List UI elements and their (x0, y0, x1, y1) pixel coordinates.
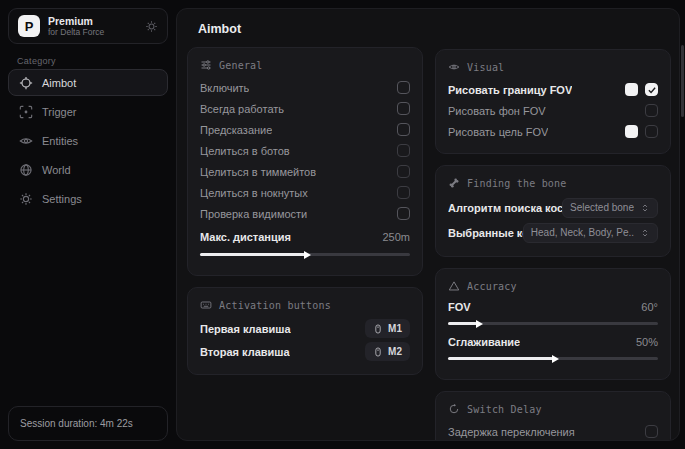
slider-value: 60° (641, 301, 658, 313)
panel-finding-bone: Finding the bone Алгоритм поиска костей … (435, 165, 671, 257)
sidebar-item-trigger[interactable]: Trigger (8, 98, 168, 125)
crosshair-icon (19, 76, 33, 90)
checkbox[interactable] (397, 207, 410, 220)
panel-title: Activation buttons (219, 300, 331, 311)
toggle-row: Проверка видимости (200, 203, 410, 224)
gear-icon (19, 192, 33, 206)
panel-visual: Visual Рисовать границу FOV Рисовать фон… (435, 49, 671, 154)
gear-icon[interactable] (145, 20, 158, 33)
toggle-label: Целиться в ботов (200, 145, 290, 157)
checkbox[interactable] (397, 81, 410, 94)
slider-value: 50% (636, 336, 658, 348)
panel-title: Finding the bone (467, 178, 567, 189)
keybind-key: M2 (388, 346, 402, 357)
brand-subtitle: for Delta Force (48, 27, 137, 37)
category-label: Category (17, 56, 56, 66)
visual-label: Рисовать цель FOV (448, 126, 548, 138)
panel-general-header: General (200, 57, 410, 73)
globe-icon (19, 163, 33, 177)
selected-bones-select[interactable]: Head, Neck, Body, Pe.. (523, 223, 658, 243)
dropdown-value: Head, Neck, Body, Pe.. (531, 227, 634, 238)
sidebar-item-label: Entities (42, 135, 78, 147)
slider-fill (200, 253, 305, 256)
toggle-label: Включить (200, 82, 249, 94)
mouse-icon (373, 324, 383, 334)
checkbox[interactable] (397, 102, 410, 115)
main-content: Aimbot General Включить Всегда раб (176, 8, 680, 441)
sidebar-item-label: Aimbot (42, 77, 76, 89)
panel-general: General Включить Всегда работать Предска… (187, 47, 423, 276)
sidebar-item-label: Trigger (42, 106, 76, 118)
checkbox[interactable] (645, 104, 658, 117)
slider-label: Макс. дистанция (200, 231, 291, 243)
panel-switch-delay-header: Switch Delay (448, 401, 658, 417)
panel-bone-header: Finding the bone (448, 175, 658, 191)
page-title: Aimbot (198, 22, 241, 36)
toggle-label: Всегда работать (200, 103, 284, 115)
slider-fill (448, 322, 477, 325)
keybind-label: Вторая клавиша (200, 346, 290, 358)
check-icon (647, 85, 657, 95)
keybind-button[interactable]: M2 (365, 342, 410, 361)
slider-label: Сглаживание (448, 336, 520, 348)
keybind-row: Вторая клавиша M2 (200, 340, 410, 363)
toggle-row: Задержка переключения (448, 421, 658, 441)
slider-thumb[interactable] (304, 251, 311, 259)
unfold-icon (640, 203, 650, 213)
checkbox[interactable] (397, 144, 410, 157)
slider-thumb[interactable] (552, 355, 559, 363)
sidebar-item-settings[interactable]: Settings (8, 185, 168, 212)
slider-fill (448, 357, 553, 360)
checkbox[interactable] (645, 125, 658, 138)
sidebar-item-aimbot[interactable]: Aimbot (8, 69, 168, 96)
slider-row-smoothing: Сглаживание 50% (448, 333, 658, 351)
visual-controls (645, 104, 658, 117)
slider-row-fov: FOV 60° (448, 298, 658, 316)
checkbox[interactable] (397, 123, 410, 136)
visual-label: Рисовать границу FOV (448, 84, 572, 96)
smoothing-slider[interactable] (448, 357, 658, 360)
slider-row-max-distance: Макс. дистанция 250m (200, 227, 410, 247)
triangle-icon (448, 280, 460, 292)
checkbox[interactable] (397, 165, 410, 178)
column-left: General Включить Всегда работать Предска… (187, 47, 423, 386)
refresh-clock-icon (448, 403, 460, 415)
sidebar-item-entities[interactable]: Entities (8, 127, 168, 154)
session-duration-text: Session duration: 4m 22s (20, 418, 133, 429)
panel-title: General (219, 60, 263, 71)
color-swatch[interactable] (625, 83, 638, 96)
panel-title: Accuracy (467, 281, 517, 292)
bone-icon (448, 177, 460, 189)
checkbox-checked[interactable] (645, 83, 658, 96)
visual-controls (625, 125, 658, 138)
slider-value: 250m (382, 231, 410, 243)
toggle-row: Целиться в ботов (200, 140, 410, 161)
dropdown-label: Алгоритм поиска костей (448, 202, 562, 214)
panel-activation-buttons: Activation buttons Первая клавиша M1 Вто… (187, 287, 423, 375)
color-swatch[interactable] (625, 125, 638, 138)
fov-slider[interactable] (448, 322, 658, 325)
brand-logo: P (18, 15, 40, 37)
dropdown-label: Выбранные кости (448, 227, 523, 239)
bone-algorithm-select[interactable]: Selected bone (562, 198, 658, 218)
visual-controls (625, 83, 658, 96)
sidebar-item-label: World (42, 164, 71, 176)
checkbox[interactable] (645, 425, 658, 438)
sidebar-item-world[interactable]: World (8, 156, 168, 183)
brand-title: Premium (48, 15, 137, 28)
panel-title: Switch Delay (467, 404, 542, 415)
max-distance-slider[interactable] (200, 253, 410, 256)
panel-title: Visual (467, 62, 504, 73)
keybind-label: Первая клавиша (200, 323, 291, 335)
eye-icon (448, 61, 460, 73)
toggle-label: Проверка видимости (200, 208, 307, 220)
scrollbar[interactable] (681, 45, 684, 117)
sidebar: P Premium for Delta Force Category (0, 0, 176, 449)
slider-thumb[interactable] (476, 320, 483, 328)
checkbox[interactable] (397, 186, 410, 199)
keybind-button[interactable]: M1 (365, 319, 410, 338)
keybind-row: Первая клавиша M1 (200, 317, 410, 340)
panel-visual-header: Visual (448, 59, 658, 75)
toggle-row: Целиться в нокнутых (200, 182, 410, 203)
panel-accuracy-header: Accuracy (448, 278, 658, 294)
